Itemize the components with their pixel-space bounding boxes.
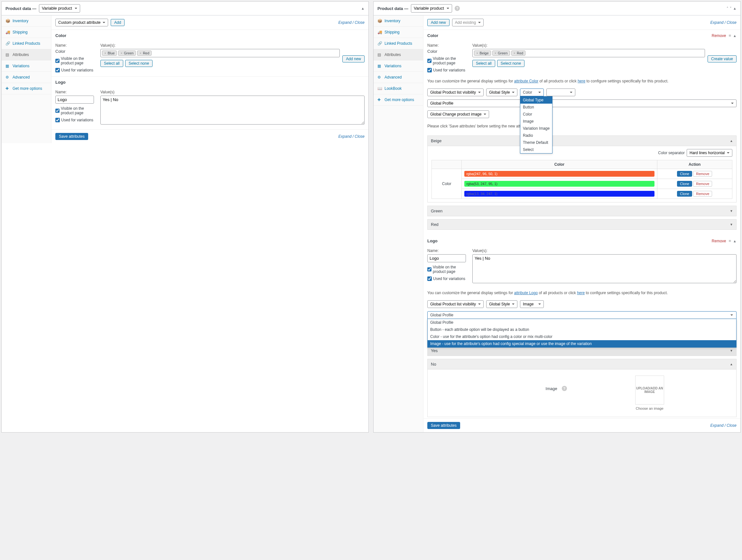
caret-icon[interactable]: ▲ — [733, 34, 737, 38]
color-swatch[interactable]: rgba(53, 247, 95, 1) — [464, 181, 654, 187]
attr-logo-header[interactable]: Logo — [51, 77, 368, 88]
type-opt-image[interactable]: Image — [520, 118, 552, 125]
attr-logo-header[interactable]: Logo Remove ≡ ▲ — [423, 235, 740, 247]
name-input[interactable] — [55, 96, 94, 104]
attribute-link[interactable]: attribute Color — [514, 79, 538, 83]
profile-opt-button[interactable]: Button - each attribute option will be d… — [428, 326, 736, 333]
remove-link[interactable]: Remove — [712, 34, 726, 38]
add-button[interactable]: Add — [111, 19, 124, 26]
tab-advanced[interactable]: ⚙Advanced — [374, 72, 423, 83]
attr-color-header[interactable]: Color — [51, 30, 368, 41]
collapse-icon[interactable]: ▲ — [361, 6, 365, 10]
add-new-value-button[interactable]: Add new — [342, 55, 365, 62]
tab-inventory[interactable]: 📦Inventory — [2, 15, 51, 27]
caret-icon[interactable]: ▲ — [733, 239, 737, 243]
type-dropdown-button[interactable]: Color — [520, 89, 544, 96]
used-checkbox[interactable] — [55, 68, 60, 72]
extra-select[interactable] — [546, 89, 575, 96]
values-tags[interactable]: ×Blue ×Green ×Red — [100, 49, 340, 57]
tab-linked[interactable]: 🔗Linked Products — [374, 38, 423, 49]
profile-dropdown[interactable]: Global Profile Global Profile Button - e… — [427, 311, 737, 319]
collapse-icon[interactable]: ▲ — [733, 6, 737, 11]
add-existing-select[interactable]: Add existing — [452, 19, 484, 27]
type-opt-vimage[interactable]: Variation Image — [520, 125, 552, 132]
tab-linked[interactable]: 🔗Linked Products — [2, 38, 51, 49]
remove-button[interactable]: Remove — [693, 171, 712, 177]
tag-red[interactable]: ×Red — [511, 51, 526, 56]
tab-variations[interactable]: ▦Variations — [2, 60, 51, 72]
type-opt-color[interactable]: Color — [520, 111, 552, 118]
color-swatch[interactable]: rgba(247, 96, 50, 1) — [464, 171, 654, 177]
visible-checkbox[interactable] — [55, 108, 59, 113]
drag-icon[interactable]: ≡ — [729, 33, 731, 38]
drag-icon[interactable]: ≡ — [729, 239, 731, 243]
style-select[interactable]: Global Style — [486, 300, 517, 308]
tab-attributes[interactable]: ▤Attributes — [2, 49, 51, 60]
save-attributes-button[interactable]: Save attributes — [427, 422, 460, 429]
name-input[interactable] — [427, 254, 466, 262]
tag-remove-icon[interactable]: × — [139, 51, 141, 55]
tag-green[interactable]: ×Green — [118, 51, 136, 56]
profile-dropdown-button[interactable]: Global Profile — [427, 311, 737, 319]
attribute-link[interactable]: attribute Logo — [514, 291, 538, 295]
clone-button[interactable]: Clone — [677, 171, 692, 177]
values-textarea[interactable]: Yes | No — [100, 96, 365, 124]
tab-shipping[interactable]: 🚚Shipping — [2, 27, 51, 38]
tab-shipping[interactable]: 🚚Shipping — [374, 27, 423, 38]
clone-button[interactable]: Clone — [677, 191, 692, 197]
select-none-button[interactable]: Select none — [497, 60, 525, 67]
tag-remove-icon[interactable]: × — [476, 51, 478, 55]
visibility-select[interactable]: Global Product list visibility — [427, 89, 484, 96]
tag-remove-icon[interactable]: × — [104, 51, 106, 55]
profile-opt-color[interactable]: Color - use for the attribute's option h… — [428, 333, 736, 340]
attr-color-header[interactable]: Color Remove ≡ ▲ — [423, 30, 740, 41]
expand-close-link[interactable]: Expand / Close — [338, 20, 365, 25]
profile-opt-image[interactable]: Image - use for the attribute's option h… — [428, 340, 736, 347]
type-opt-radio[interactable]: Radio — [520, 132, 552, 139]
tab-more[interactable]: ✚Get more options — [2, 83, 51, 94]
save-attributes-button[interactable]: Save attributes — [55, 133, 88, 140]
move-up-icon[interactable]: ˄ — [727, 6, 729, 11]
tag-remove-icon[interactable]: × — [494, 51, 496, 55]
expand-close-link[interactable]: Expand / Close — [338, 134, 365, 139]
type-dropdown[interactable]: Color Global Type Button Color Image Var… — [520, 89, 544, 96]
remove-button[interactable]: Remove — [693, 191, 712, 197]
profile-opt-global[interactable]: Global Profile — [428, 319, 736, 326]
product-type-select[interactable]: Variable product — [39, 4, 80, 12]
tag-remove-icon[interactable]: × — [514, 51, 516, 55]
tab-attributes[interactable]: ▤Attributes — [374, 49, 423, 60]
tab-advanced[interactable]: ⚙Advanced — [2, 72, 51, 83]
tab-variations[interactable]: ▦Variations — [374, 60, 423, 72]
color-sep-select[interactable]: Hard lines horizontal — [687, 149, 732, 157]
acc-no-header[interactable]: No▲ — [427, 359, 737, 369]
tab-more[interactable]: ✚Get more options — [374, 94, 423, 106]
help-icon[interactable]: ? — [562, 386, 567, 391]
profile-select[interactable]: Global Profile — [427, 99, 737, 107]
here-link[interactable]: here — [578, 79, 585, 83]
upload-image-box[interactable]: UPLOAD/ADD AN IMAGE — [635, 375, 664, 405]
visible-checkbox[interactable] — [55, 59, 59, 63]
change-image-select[interactable]: Global Change product image — [427, 110, 489, 118]
expand-close-link[interactable]: Expand / Close — [710, 20, 737, 25]
values-textarea[interactable]: Yes | No — [472, 254, 737, 283]
visibility-select[interactable]: Global Product list visibility — [427, 300, 484, 308]
attr-type-select[interactable]: Custom product attribute — [55, 19, 108, 27]
used-checkbox[interactable] — [55, 118, 60, 122]
used-checkbox[interactable] — [427, 276, 432, 281]
tag-red[interactable]: ×Red — [137, 51, 152, 56]
tag-remove-icon[interactable]: × — [120, 51, 122, 55]
acc-green-header[interactable]: Green▼ — [427, 206, 737, 216]
product-type-select[interactable]: Variable product — [411, 4, 452, 12]
visible-checkbox[interactable] — [427, 267, 431, 272]
remove-link[interactable]: Remove — [712, 239, 726, 243]
tab-inventory[interactable]: 📦Inventory — [374, 15, 423, 27]
values-tags[interactable]: ×Beige ×Green ×Red — [472, 49, 705, 57]
tab-lookbook[interactable]: 📖LookBook — [374, 83, 423, 94]
type-opt-theme[interactable]: Theme Default — [520, 139, 552, 146]
move-down-icon[interactable]: ˅ — [730, 6, 732, 11]
type-opt-select[interactable]: Select — [520, 146, 552, 153]
used-checkbox[interactable] — [427, 68, 432, 72]
add-new-button[interactable]: Add new — [427, 19, 449, 26]
here-link[interactable]: here — [577, 291, 585, 295]
type-opt-button[interactable]: Button — [520, 104, 552, 111]
